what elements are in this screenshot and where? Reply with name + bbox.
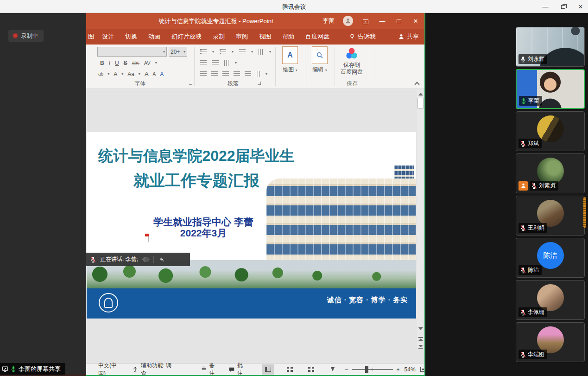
tab-baidu-netdisk[interactable]: 百度网盘 xyxy=(300,32,335,41)
tab-view[interactable]: 视图 xyxy=(253,32,277,41)
zoom-out-button[interactable]: – xyxy=(345,366,348,373)
strikethrough-button[interactable]: S xyxy=(124,60,127,66)
character-spacing-button[interactable]: AV xyxy=(144,60,151,66)
mic-muted-icon xyxy=(531,183,537,189)
justify-button[interactable] xyxy=(234,71,240,76)
scrollbar-thumb[interactable] xyxy=(417,98,424,108)
participant-tile[interactable]: 郑斌 xyxy=(516,111,585,151)
change-case-button[interactable]: Aa xyxy=(127,71,134,77)
previous-slide-icon[interactable] xyxy=(418,338,423,341)
underline-button[interactable]: U xyxy=(115,60,119,66)
app-restore-button[interactable] xyxy=(559,3,567,10)
edit-search-icon xyxy=(312,46,328,64)
columns-button[interactable] xyxy=(224,60,229,66)
accessibility-status[interactable]: 辅助功能: 调查 xyxy=(127,362,179,376)
tab-help[interactable]: 帮助 xyxy=(277,32,300,41)
slide-scrollbar[interactable] xyxy=(417,90,424,350)
mic-muted-icon xyxy=(520,309,526,316)
collapse-ribbon-button[interactable] xyxy=(414,82,419,87)
participant-tile[interactable]: 王利娟 xyxy=(516,196,585,236)
ppt-account-avatar[interactable] xyxy=(343,16,353,26)
tab-draw-partial[interactable]: 图 xyxy=(86,32,96,41)
ribbon-display-options-button[interactable]: ↑ xyxy=(361,18,370,25)
scroll-down-icon[interactable] xyxy=(418,327,423,330)
powerpoint-window: 统计与信息学院就业专题汇报 - PowerPoint 李蕾 ↑ — ✕ 图 设计… xyxy=(86,13,425,375)
ppt-ribbon-tabs: 图 设计 切换 动画 幻灯片放映 录制 审阅 视图 帮助 百度网盘 告诉我 共享 xyxy=(86,29,425,45)
text-box-align-button[interactable] xyxy=(256,71,261,77)
ppt-ribbon: ▾ 20+▾ B I U S abc AV ▾ ab▾ A▾ Aa▾ A A xyxy=(86,45,425,89)
record-icon xyxy=(13,33,18,38)
align-right-button[interactable] xyxy=(222,71,229,76)
tab-review[interactable]: 审阅 xyxy=(230,32,253,41)
app-titlebar: 腾讯会议 — ✕ xyxy=(0,0,588,13)
edit-button[interactable]: 编辑 ▾ xyxy=(308,46,332,74)
ppt-account-name[interactable]: 李蕾 xyxy=(322,17,335,25)
numbering-button[interactable] xyxy=(220,49,226,54)
save-to-baidu-button[interactable]: 保存到 百度网盘 xyxy=(337,46,366,76)
italic-button[interactable]: I xyxy=(109,60,110,66)
notes-button[interactable]: 备注 xyxy=(196,362,224,376)
font-size-combobox[interactable]: 20+▾ xyxy=(169,47,187,57)
next-slide-icon[interactable] xyxy=(418,345,423,347)
share-button[interactable]: 共享 xyxy=(398,32,425,41)
line-spacing-button[interactable] xyxy=(239,49,246,54)
tab-record[interactable]: 录制 xyxy=(207,32,230,41)
highlight-button[interactable]: A xyxy=(160,71,164,77)
app-minimize-button[interactable]: — xyxy=(542,3,549,10)
text-direction-button[interactable] xyxy=(259,49,264,55)
normal-view-button[interactable] xyxy=(262,364,274,375)
paragraph-dialog-launcher[interactable] xyxy=(258,82,261,85)
zoom-in-button[interactable]: + xyxy=(397,366,400,373)
distribute-button[interactable] xyxy=(245,71,251,76)
language-status[interactable]: 中文(中国) xyxy=(86,362,127,376)
participant-tile[interactable]: 陈洁 陈洁 xyxy=(516,238,585,278)
zoom-slider-thumb[interactable] xyxy=(365,366,368,373)
decrease-indent-button[interactable] xyxy=(200,60,207,65)
slideshow-view-button[interactable] xyxy=(327,364,339,375)
align-left-button[interactable] xyxy=(200,71,207,76)
bullets-button[interactable] xyxy=(200,49,207,54)
scroll-up-icon[interactable] xyxy=(418,93,423,96)
comments-button[interactable]: 批注 xyxy=(224,362,252,376)
reply-arrow-icon[interactable] xyxy=(158,256,164,263)
zoom-slider[interactable] xyxy=(352,369,393,370)
ppt-close-button[interactable]: ✕ xyxy=(411,18,420,25)
app-close-button[interactable]: ✕ xyxy=(577,3,584,10)
font-name-combobox[interactable]: ▾ xyxy=(97,47,167,57)
shrink-font-button[interactable]: A xyxy=(153,71,156,76)
font-color-button[interactable]: A xyxy=(114,71,117,77)
ppt-titlebar: 统计与信息学院就业专题汇报 - PowerPoint 李蕾 ↑ — ✕ xyxy=(86,13,425,29)
participant-tile[interactable]: 刘永辉 xyxy=(516,27,585,67)
participant-tile[interactable]: 刘素贞 xyxy=(516,153,585,193)
participant-list-scrollbar[interactable] xyxy=(583,197,586,228)
tab-design[interactable]: 设计 xyxy=(96,32,120,41)
ppt-maximize-button[interactable] xyxy=(395,18,403,25)
tab-slideshow[interactable]: 幻灯片放映 xyxy=(166,32,207,41)
zoom-percent[interactable]: 54% xyxy=(400,366,420,373)
align-center-button[interactable] xyxy=(211,71,218,76)
participant-name: 李蕾 xyxy=(528,97,539,105)
recording-label: 录制中 xyxy=(21,32,38,40)
participant-name: 李佩珊 xyxy=(528,308,544,316)
tell-me-box[interactable]: 告诉我 xyxy=(349,32,376,41)
shared-screen-stage: 录制中 统计与信息学院就业专题汇报 - PowerPoint 李蕾 ↑ — ✕ … xyxy=(0,13,425,376)
bold-button[interactable]: B xyxy=(100,60,104,66)
participant-tile[interactable]: 李端图 xyxy=(516,322,585,362)
shadow-button[interactable]: abc xyxy=(132,60,139,65)
mic-on-icon xyxy=(520,56,526,63)
tab-animations[interactable]: 动画 xyxy=(143,32,166,41)
increase-indent-button[interactable] xyxy=(212,60,219,65)
participants-sidebar: 刘永辉 李蕾 郑斌 刘素贞 王利娟 xyxy=(425,13,588,376)
clear-format-button[interactable]: ab xyxy=(98,71,103,76)
tab-transitions[interactable]: 切换 xyxy=(120,32,143,41)
reading-view-button[interactable] xyxy=(305,364,317,375)
speaking-toast: 正在讲话: 李蕾; xyxy=(86,253,190,266)
participant-tile[interactable]: 李佩珊 xyxy=(516,280,585,320)
slide-sorter-view-button[interactable] xyxy=(284,364,296,375)
participant-tile-active-speaker[interactable]: 李蕾 xyxy=(516,69,585,109)
ppt-minimize-button[interactable]: — xyxy=(378,18,386,25)
participant-name: 陈洁 xyxy=(528,266,539,274)
grow-font-button[interactable]: A xyxy=(145,70,149,77)
draw-button[interactable]: A 绘图 ▾ xyxy=(278,46,302,74)
font-dialog-launcher[interactable] xyxy=(189,82,192,85)
